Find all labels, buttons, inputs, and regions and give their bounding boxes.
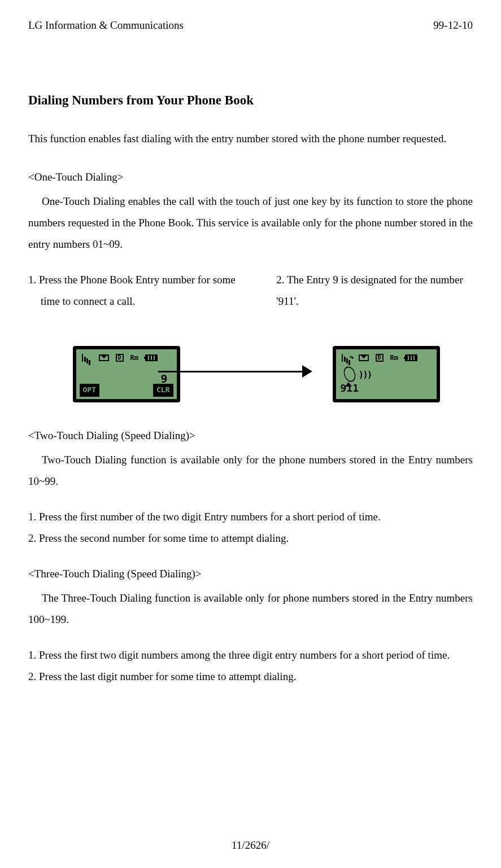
two-touch-label: <Two-Touch Dialing (Speed Dialing)> — [28, 425, 473, 446]
signal-waves: ))) — [359, 367, 372, 382]
softkey-clr: CLR — [153, 384, 173, 397]
three-touch-label: <Three-Touch Dialing (Speed Dialing)> — [28, 563, 473, 585]
page-footer: 11/2626/ — [0, 837, 501, 854]
phone-screen-1: D Rm 9 OPT CLR — [73, 346, 180, 402]
two-touch-step2: 2. Press the second number for some time… — [28, 528, 473, 549]
status-bar-2: ↷ D Rm — [341, 353, 432, 363]
three-touch-step1: 1. Press the first two digit numbers amo… — [28, 645, 473, 666]
softkey-opt: OPT — [80, 384, 99, 397]
one-touch-step1: 1. Press the Phone Book Entry number for… — [28, 269, 254, 312]
envelope-icon — [99, 354, 109, 361]
screens-row: D Rm 9 OPT CLR ↷ D Rm ))) 911 — [28, 340, 473, 408]
status-bar-1: D Rm — [81, 353, 172, 363]
d-indicator: D — [116, 354, 124, 362]
in-use-icon: ↷ — [350, 351, 354, 363]
rm-indicator: Rm — [130, 353, 138, 363]
page-title: Dialing Numbers from Your Phone Book — [28, 90, 473, 111]
header-right: 99-12-10 — [433, 17, 473, 34]
d-indicator: D — [376, 354, 384, 362]
three-touch-step2: 2. Press the last digit number for some … — [28, 666, 473, 687]
arrow-line — [158, 371, 305, 372]
envelope-icon — [359, 354, 369, 361]
header-left: LG Information & Communications — [28, 17, 184, 34]
arrow-head-icon — [302, 365, 312, 378]
two-touch-step1: 1. Press the first number of the two dig… — [28, 506, 473, 528]
three-touch-desc: The Three-Touch Dialing function is avai… — [28, 588, 473, 630]
battery-icon — [145, 354, 158, 361]
page-header: LG Information & Communications 99-12-10 — [28, 17, 473, 34]
one-touch-label: <One-Touch Dialing> — [28, 166, 473, 188]
phone-screen-2: ↷ D Rm ))) 911 — [333, 346, 440, 402]
one-touch-steps: 1. Press the Phone Book Entry number for… — [28, 269, 473, 318]
dialed-number: 911 — [341, 380, 359, 397]
one-touch-step2: 2. The Entry 9 is designated for the num… — [276, 269, 473, 312]
battery-icon — [405, 354, 417, 361]
rm-indicator: Rm — [390, 353, 398, 363]
intro-text: This function enables fast dialing with … — [28, 128, 473, 150]
one-touch-desc: One-Touch Dialing enables the call with … — [28, 191, 473, 255]
two-touch-desc: Two-Touch Dialing function is available … — [28, 449, 473, 492]
signal-icon — [81, 354, 92, 362]
